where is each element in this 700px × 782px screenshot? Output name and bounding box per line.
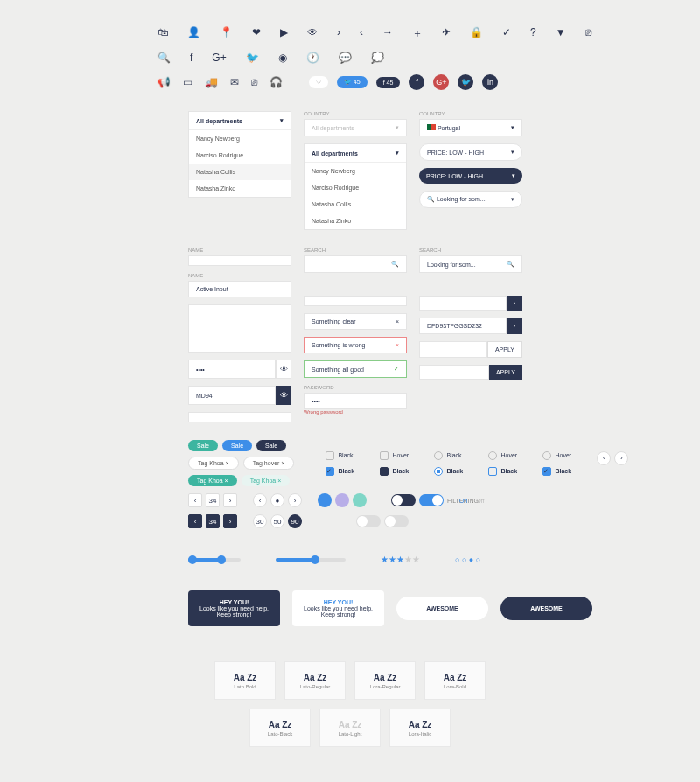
page-number[interactable]: 90	[288, 514, 302, 528]
error-input[interactable]: Something is wrong×	[304, 337, 407, 353]
toggle-disabled[interactable]	[356, 515, 381, 527]
checkbox-checked[interactable]: ✓Black	[326, 467, 366, 476]
clear-input[interactable]: Something clear×	[304, 313, 407, 330]
toggle-disabled[interactable]	[384, 515, 409, 527]
page-number[interactable]: 34	[206, 493, 220, 507]
radio-checked[interactable]: Black	[434, 467, 474, 476]
dropdown-item[interactable]: Natasha Collis	[304, 196, 406, 213]
box-checked[interactable]: Black	[488, 467, 528, 476]
price-sort-select[interactable]: PRICE: LOW - HIGH▾	[419, 143, 522, 161]
page-number[interactable]: 30	[253, 514, 267, 528]
page-number[interactable]: 50	[270, 514, 284, 528]
sale-tag[interactable]: Sale	[256, 440, 286, 451]
progress-slider[interactable]	[276, 558, 346, 562]
textarea-input[interactable]	[188, 304, 291, 353]
departments-dropdown[interactable]: All departments▾ Nancy Newberg Narciso R…	[188, 111, 291, 198]
next-button[interactable]: ›	[614, 451, 628, 465]
dropdown-item[interactable]: Nancy Newberg	[189, 130, 290, 147]
facebook-circle-button[interactable]: f	[409, 74, 424, 90]
sale-tag[interactable]: Sale	[222, 440, 252, 451]
filtering-on[interactable]: On	[459, 498, 467, 504]
price-sort-select-dark[interactable]: PRICE: LOW - HIGH▾	[419, 168, 522, 184]
empty-input[interactable]	[188, 412, 291, 422]
star-rating[interactable]: ★★★★★	[381, 555, 420, 564]
linkedin-circle-button[interactable]: in	[482, 74, 498, 90]
tag-chip[interactable]: Tag Khoa ×	[188, 457, 239, 470]
instagram-icon: ◉	[278, 52, 287, 64]
toggle-off[interactable]	[391, 494, 416, 506]
step-dots[interactable]: ○ ○ ● ○	[455, 555, 480, 564]
disabled-input[interactable]	[304, 296, 407, 306]
prev-button[interactable]: ‹	[188, 493, 202, 507]
font-card[interactable]: Aa ZzLora-Bold	[424, 661, 486, 700]
promo-input[interactable]	[419, 341, 487, 358]
page-dot[interactable]: ●	[270, 493, 284, 507]
font-card[interactable]: Aa ZzLato-Light	[319, 709, 381, 747]
password-input[interactable]: ••••	[304, 393, 407, 409]
password-input[interactable]: ••••	[188, 360, 276, 379]
dropdown-item[interactable]: Natasha Zinko	[189, 180, 290, 197]
toggle-password-button[interactable]: 👁	[276, 360, 291, 379]
departments-select[interactable]: All departments▾	[304, 119, 407, 136]
submit-button[interactable]: ›	[507, 296, 522, 311]
toggle-password-button[interactable]: 👁	[276, 386, 291, 405]
next-button[interactable]: ›	[223, 493, 237, 507]
color-swatch[interactable]	[353, 493, 367, 507]
code-input[interactable]: DFD93TFGGSD232	[419, 318, 507, 334]
next-button[interactable]: ›	[223, 514, 237, 528]
dropdown-item[interactable]: Natasha Collis	[189, 164, 290, 180]
dropdown-item[interactable]: Natasha Zinko	[304, 213, 406, 229]
apply-button-dark[interactable]: APPLY	[489, 365, 522, 380]
filtering-off[interactable]: Off	[476, 498, 484, 504]
box-checked-blue[interactable]: ✓Black	[542, 467, 583, 476]
checkbox-checked[interactable]: ✓Black	[380, 467, 420, 476]
range-slider[interactable]	[188, 558, 241, 562]
tag-chip[interactable]: Tag hover ×	[243, 457, 295, 470]
font-card[interactable]: Aa ZzLora-Regular	[354, 661, 416, 700]
submit-button[interactable]: ›	[507, 318, 522, 334]
sale-tag[interactable]: Sale	[188, 440, 218, 451]
checkbox-hover[interactable]: Hover	[380, 451, 420, 460]
search-pill[interactable]: 🔍 Looking for som...▾	[419, 191, 522, 208]
prev-button[interactable]: ‹	[253, 493, 267, 507]
close-icon[interactable]: ×	[396, 342, 399, 348]
country-select[interactable]: Portugal▾	[419, 119, 522, 136]
dropdown-item[interactable]: Narciso Rodrigue	[304, 179, 406, 196]
next-button[interactable]: ›	[288, 493, 302, 507]
font-card[interactable]: Aa ZzLora-Italic	[389, 709, 451, 747]
tag-chip[interactable]: Tag Khoa ×	[188, 475, 237, 486]
radio-hover[interactable]: Hover	[488, 451, 528, 460]
search-input[interactable]: 🔍	[304, 255, 407, 273]
color-swatch[interactable]	[318, 493, 332, 507]
close-icon[interactable]: ×	[396, 318, 399, 325]
promo-input[interactable]	[419, 365, 489, 380]
dropdown-item[interactable]: Nancy Newberg	[304, 163, 406, 179]
password-visible-input[interactable]: MD94	[188, 386, 276, 405]
facebook-share-button[interactable]: f 45	[376, 77, 401, 88]
color-swatch[interactable]	[335, 493, 349, 507]
radio-unchecked[interactable]: Black	[434, 451, 474, 460]
googleplus-circle-button[interactable]: G+	[433, 74, 449, 90]
departments-dropdown-open[interactable]: All departments▾ Nancy Newberg Narciso R…	[304, 143, 407, 230]
font-card[interactable]: Aa ZzLato-Black	[249, 709, 311, 747]
twitter-share-button[interactable]: 🐦 45	[337, 76, 368, 88]
active-input[interactable]: Active Input	[188, 281, 291, 297]
prev-button[interactable]: ‹	[188, 514, 202, 528]
twitter-circle-button[interactable]: 🐦	[458, 74, 473, 90]
tag-chip[interactable]: Tag Khoa ×	[242, 475, 290, 486]
font-card[interactable]: Aa ZzLato Bold	[214, 661, 276, 700]
search-input-2[interactable]: Looking for som...🔍	[419, 255, 522, 273]
radio-hover[interactable]: Hover	[542, 451, 583, 460]
prev-button[interactable]: ‹	[597, 451, 611, 465]
font-card[interactable]: Aa ZzLato-Regular	[284, 661, 346, 700]
code-input-placeholder[interactable]	[419, 296, 507, 311]
country-label: COUNTRY	[304, 111, 407, 116]
checkbox-unchecked[interactable]: Black	[326, 451, 366, 460]
apply-button[interactable]: APPLY	[487, 341, 522, 358]
like-pill[interactable]: ♡	[309, 76, 328, 88]
toggle-on[interactable]	[419, 494, 444, 506]
name-input[interactable]	[188, 255, 291, 266]
dropdown-item[interactable]: Narciso Rodrigue	[189, 147, 290, 164]
success-input[interactable]: Something all good✓	[304, 360, 407, 378]
page-number[interactable]: 34	[206, 514, 220, 528]
